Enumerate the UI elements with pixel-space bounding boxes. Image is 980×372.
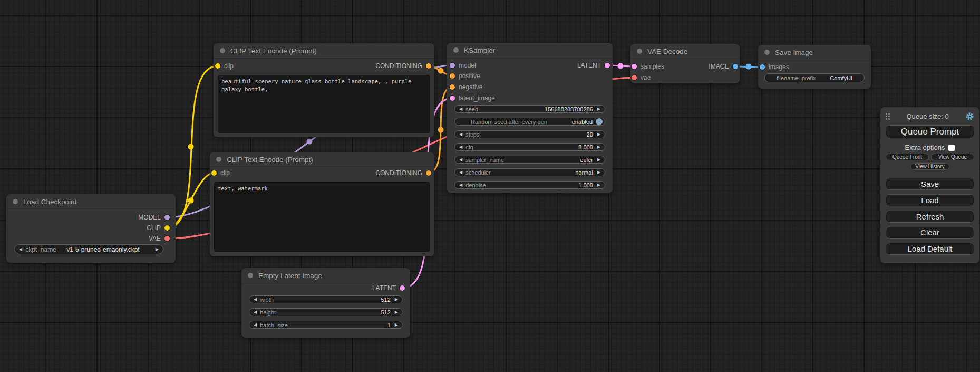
queue-front-button[interactable]: Queue Front — [886, 154, 929, 160]
enabled-toggle[interactable] — [596, 118, 603, 125]
output-port-image[interactable]: IMAGE — [709, 61, 738, 72]
wire-midpoint-dot — [188, 198, 194, 204]
decrement-arrow-icon[interactable]: ◀ — [458, 170, 463, 175]
denoise-widget[interactable]: ◀ denoise 1.000 ▶ — [454, 181, 605, 189]
conditioning-port-dot[interactable] — [450, 84, 455, 90]
vae-port-dot[interactable] — [632, 75, 637, 80]
seed-widget[interactable]: ◀ seed 156680208700286 ▶ — [454, 105, 605, 113]
increment-arrow-icon[interactable]: ▶ — [596, 132, 601, 137]
conditioning-port-dot[interactable] — [450, 73, 455, 79]
load-button[interactable]: Load — [886, 194, 974, 206]
increment-arrow-icon[interactable]: ▶ — [394, 310, 399, 314]
node-ksampler[interactable]: KSampler model positive negative latent_… — [447, 43, 613, 193]
output-port-model[interactable]: MODEL — [138, 212, 170, 223]
width-widget[interactable]: ◀ width 512 ▶ — [249, 295, 403, 303]
node-vae-decode[interactable]: VAE Decode samples vae IMAGE — [630, 44, 740, 83]
clip-port-dot[interactable] — [164, 225, 170, 231]
node-header[interactable]: KSampler — [447, 43, 613, 58]
increment-arrow-icon[interactable]: ▶ — [154, 247, 160, 252]
input-port-vae[interactable]: vae — [630, 72, 651, 83]
node-header[interactable]: CLIP Text Encode (Prompt) — [214, 43, 434, 59]
increment-arrow-icon[interactable]: ▶ — [596, 158, 601, 162]
decrement-arrow-icon[interactable]: ◀ — [458, 132, 463, 137]
decrement-arrow-icon[interactable]: ◀ — [253, 310, 258, 314]
latent-port-dot[interactable] — [450, 96, 455, 101]
random-seed-widget[interactable]: Random seed after every gen enabled — [454, 118, 605, 126]
image-port-dot[interactable] — [733, 64, 738, 69]
decrement-arrow-icon[interactable]: ◀ — [458, 183, 463, 187]
view-history-button[interactable]: View History — [910, 163, 949, 170]
conditioning-port-dot[interactable] — [426, 63, 431, 69]
latent-port-dot[interactable] — [400, 285, 405, 291]
decrement-arrow-icon[interactable]: ◀ — [18, 247, 23, 252]
steps-widget[interactable]: ◀ steps 20 ▶ — [454, 130, 605, 138]
increment-arrow-icon[interactable]: ▶ — [596, 183, 601, 187]
queue-prompt-button[interactable]: Queue Prompt — [886, 125, 974, 139]
node-save-image[interactable]: Save Image images filename_prefix ComfyU… — [758, 45, 871, 89]
model-port-dot[interactable] — [164, 215, 170, 220]
settings-gear-icon[interactable] — [965, 112, 974, 121]
drag-handle-icon[interactable] — [886, 113, 890, 120]
node-clip-text-encode-negative[interactable]: CLIP Text Encode (Prompt) clip CONDITION… — [210, 152, 434, 256]
view-queue-button[interactable]: View Queue — [931, 154, 974, 160]
input-port-model[interactable]: model — [447, 60, 476, 71]
filename-prefix-widget[interactable]: filename_prefix ComfyUI — [764, 73, 865, 82]
refresh-button[interactable]: Refresh — [886, 211, 974, 223]
node-clip-text-encode-positive[interactable]: CLIP Text Encode (Prompt) clip CONDITION… — [214, 43, 434, 137]
clip-port-dot[interactable] — [215, 63, 220, 69]
decrement-arrow-icon[interactable]: ◀ — [253, 323, 258, 327]
node-header[interactable]: CLIP Text Encode (Prompt) — [210, 152, 434, 167]
decrement-arrow-icon[interactable]: ◀ — [458, 145, 463, 149]
scheduler-widget[interactable]: ◀ scheduler normal ▶ — [454, 168, 605, 176]
increment-arrow-icon[interactable]: ▶ — [394, 323, 399, 327]
model-port-dot[interactable] — [450, 63, 455, 68]
input-port-latent-image[interactable]: latent_image — [447, 93, 495, 103]
input-port-images[interactable]: images — [758, 62, 789, 72]
increment-arrow-icon[interactable]: ▶ — [596, 170, 601, 175]
node-title: CLIP Text Encode (Prompt) — [227, 156, 313, 164]
input-port-clip[interactable]: clip — [214, 61, 234, 71]
vae-port-dot[interactable] — [164, 236, 170, 241]
image-port-dot[interactable] — [760, 64, 765, 70]
decrement-arrow-icon[interactable]: ◀ — [458, 158, 463, 162]
load-default-button[interactable]: Load Default — [886, 243, 974, 255]
node-header[interactable]: Save Image — [758, 45, 871, 60]
cfg-widget[interactable]: ◀ cfg 8.000 ▶ — [454, 143, 605, 151]
extra-options-label: Extra options — [905, 144, 945, 151]
positive-prompt-textarea[interactable]: beautiful scenery nature glass bottle la… — [218, 75, 430, 133]
output-port-clip[interactable]: CLIP — [147, 223, 170, 233]
latent-port-dot[interactable] — [632, 64, 637, 69]
node-status-dot — [220, 48, 225, 53]
input-port-clip[interactable]: clip — [210, 168, 230, 178]
input-port-samples[interactable]: samples — [630, 61, 664, 72]
output-port-vae[interactable]: VAE — [149, 233, 170, 244]
clear-button[interactable]: Clear — [886, 227, 974, 239]
decrement-arrow-icon[interactable]: ◀ — [458, 107, 463, 111]
output-port-latent[interactable]: LATENT — [372, 283, 405, 293]
conditioning-port-dot[interactable] — [426, 170, 431, 176]
height-widget[interactable]: ◀ height 512 ▶ — [249, 308, 403, 316]
save-button[interactable]: Save — [886, 178, 974, 190]
decrement-arrow-icon[interactable]: ◀ — [253, 298, 258, 302]
clip-port-dot[interactable] — [211, 170, 217, 176]
node-empty-latent-image[interactable]: Empty Latent Image LATENT ◀ width 512 ▶ … — [241, 268, 410, 338]
node-header[interactable]: Load Checkpoint — [6, 194, 176, 209]
output-port-latent[interactable]: LATENT — [577, 60, 610, 71]
output-port-conditioning[interactable]: CONDITIONING — [375, 61, 431, 71]
increment-arrow-icon[interactable]: ▶ — [394, 298, 399, 302]
output-port-conditioning[interactable]: CONDITIONING — [375, 168, 431, 178]
increment-arrow-icon[interactable]: ▶ — [596, 145, 601, 149]
node-header[interactable]: Empty Latent Image — [241, 268, 410, 283]
sampler-name-widget[interactable]: ◀ sampler_name euler ▶ — [454, 156, 605, 164]
latent-port-dot[interactable] — [605, 63, 610, 68]
node-title: VAE Decode — [647, 47, 687, 55]
extra-options-checkbox[interactable] — [948, 145, 955, 151]
batch-size-widget[interactable]: ◀ batch_size 1 ▶ — [249, 321, 403, 329]
ckpt-name-widget[interactable]: ◀ ckpt_name v1-5-pruned-emaonly.ckpt ▶ — [14, 244, 163, 254]
node-load-checkpoint[interactable]: Load Checkpoint MODEL CLIP VAE ◀ ckpt_na… — [6, 194, 176, 263]
input-port-positive[interactable]: positive — [447, 71, 480, 81]
node-header[interactable]: VAE Decode — [630, 44, 740, 59]
increment-arrow-icon[interactable]: ▶ — [596, 107, 601, 111]
negative-prompt-textarea[interactable]: text, watermark — [214, 182, 430, 252]
input-port-negative[interactable]: negative — [447, 82, 482, 92]
